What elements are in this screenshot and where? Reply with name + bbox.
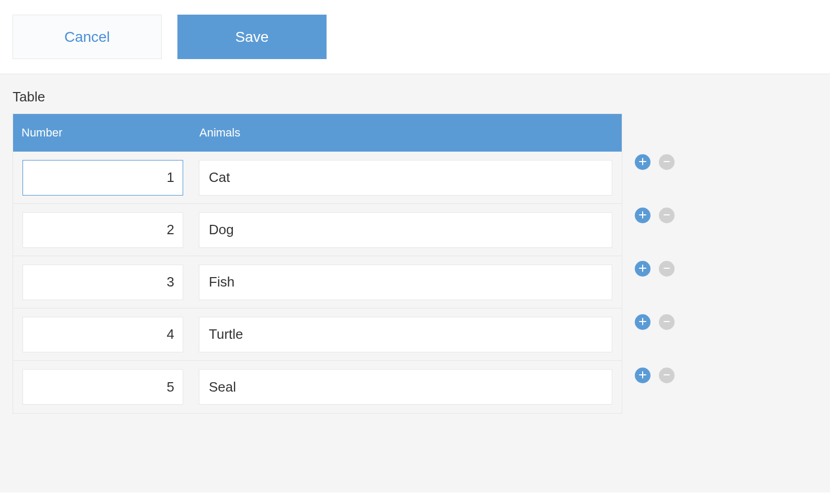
add-row-button[interactable] bbox=[635, 208, 650, 223]
row-action-pair bbox=[635, 154, 675, 170]
table-row bbox=[13, 361, 622, 413]
column-header-animals: Animals bbox=[191, 126, 622, 140]
minus-icon bbox=[663, 158, 670, 167]
minus-icon bbox=[663, 211, 670, 220]
column-header-number: Number bbox=[13, 126, 191, 140]
table-row bbox=[13, 204, 622, 256]
animal-input[interactable] bbox=[199, 212, 612, 248]
add-row-button[interactable] bbox=[635, 368, 650, 383]
add-row-button[interactable] bbox=[635, 154, 650, 170]
number-input[interactable] bbox=[23, 369, 183, 405]
table-row bbox=[13, 256, 622, 308]
remove-row-button[interactable] bbox=[659, 368, 675, 383]
remove-row-button[interactable] bbox=[659, 208, 675, 223]
minus-icon bbox=[663, 318, 670, 327]
row-action-pair bbox=[635, 208, 675, 223]
number-input[interactable] bbox=[23, 160, 183, 196]
content-area: Table Number Animals bbox=[0, 74, 830, 492]
number-input[interactable] bbox=[23, 265, 183, 300]
toolbar: Cancel Save bbox=[0, 0, 830, 74]
save-button[interactable]: Save bbox=[177, 15, 327, 59]
plus-icon bbox=[639, 211, 646, 220]
plus-icon bbox=[639, 158, 646, 167]
table-row bbox=[13, 308, 622, 361]
plus-icon bbox=[639, 371, 646, 380]
row-action-pair bbox=[635, 261, 675, 277]
row-action-pair bbox=[635, 368, 675, 383]
animal-input[interactable] bbox=[199, 369, 612, 405]
add-row-button[interactable] bbox=[635, 261, 650, 277]
table-wrapper: Number Animals bbox=[13, 113, 817, 414]
table-header: Number Animals bbox=[13, 114, 622, 152]
animal-input[interactable] bbox=[199, 317, 612, 352]
number-input[interactable] bbox=[23, 317, 183, 352]
minus-icon bbox=[663, 265, 670, 273]
remove-row-button[interactable] bbox=[659, 261, 675, 277]
row-actions-column bbox=[635, 113, 675, 383]
data-table: Number Animals bbox=[13, 113, 622, 414]
table-body bbox=[13, 152, 622, 413]
number-input[interactable] bbox=[23, 212, 183, 248]
plus-icon bbox=[639, 318, 646, 327]
cancel-button[interactable]: Cancel bbox=[13, 15, 162, 59]
add-row-button[interactable] bbox=[635, 314, 650, 330]
table-label: Table bbox=[13, 89, 817, 105]
animal-input[interactable] bbox=[199, 265, 612, 300]
animal-input[interactable] bbox=[199, 160, 612, 196]
row-action-pair bbox=[635, 314, 675, 330]
remove-row-button[interactable] bbox=[659, 314, 675, 330]
remove-row-button[interactable] bbox=[659, 154, 675, 170]
plus-icon bbox=[639, 265, 646, 273]
table-row bbox=[13, 152, 622, 204]
minus-icon bbox=[663, 371, 670, 380]
